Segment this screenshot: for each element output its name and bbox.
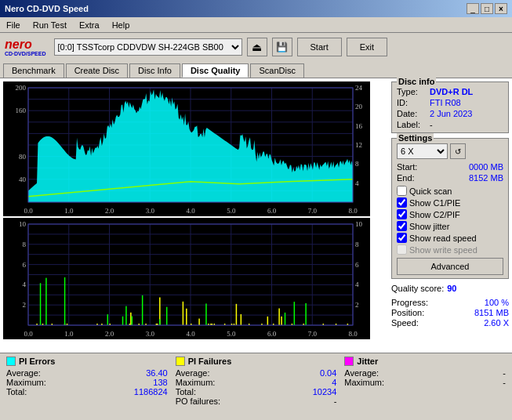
title-bar: Nero CD-DVD Speed _ □ × <box>0 0 512 17</box>
tab-scandisc[interactable]: ScanDisc <box>250 63 303 78</box>
nero-logo: nero CD·DVD/SPEED <box>5 38 46 56</box>
jitter-header: Jitter <box>344 357 506 366</box>
show-c1pie-checkbox[interactable] <box>397 197 407 208</box>
pi-failures-color-box <box>176 357 185 366</box>
tab-disc-info[interactable]: Disc Info <box>129 63 180 78</box>
exit-button[interactable]: Exit <box>347 38 387 56</box>
position-value: 8151 MB <box>474 308 509 317</box>
id-row: ID: FTI R08 <box>397 98 503 107</box>
tab-benchmark[interactable]: Benchmark <box>3 63 64 78</box>
stats-bar: PI Errors Average: 36.40 Maximum: 138 To… <box>0 353 512 407</box>
pi-failures-max-row: Maximum: 4 <box>176 378 337 387</box>
show-c1pie-label: Show C1/PIE <box>409 198 460 208</box>
menu-help[interactable]: Help <box>106 19 136 31</box>
pi-failures-max-value: 4 <box>332 378 336 387</box>
quick-scan-label: Quick scan <box>409 186 452 196</box>
pi-failures-po-label: PO failures: <box>176 396 220 406</box>
show-jitter-row: Show jitter <box>397 221 503 231</box>
speed-selector[interactable]: 6 X <box>397 143 448 159</box>
tab-create-disc[interactable]: Create Disc <box>66 63 128 78</box>
end-row: End: 8152 MB <box>397 173 503 183</box>
progress-row: Progress: 100 % <box>391 298 509 307</box>
date-label: Date: <box>397 109 427 118</box>
quick-scan-row: Quick scan <box>397 186 503 196</box>
tabs-bar: Benchmark Create Disc Disc Info Disc Qua… <box>0 61 512 78</box>
menu-file[interactable]: File <box>0 19 27 31</box>
position-label: Position: <box>391 308 424 317</box>
pi-errors-total-row: Total: 1186824 <box>6 387 168 396</box>
pi-failures-label: PI Failures <box>188 357 232 366</box>
pi-failures-total-label: Total: <box>176 387 196 396</box>
show-c2pif-checkbox[interactable] <box>397 209 407 219</box>
menu-run-test[interactable]: Run Test <box>27 19 73 31</box>
right-panel: Disc info Type: DVD+R DL ID: FTI R08 Dat… <box>391 81 509 349</box>
menu-bar: File Run Test Extra Help <box>0 17 512 33</box>
pi-errors-color-box <box>6 357 16 366</box>
bottom-chart-container <box>3 218 388 339</box>
jitter-label: Jitter <box>357 357 378 366</box>
settings-section: Settings 6 X ↺ Start: 0000 MB End: 8152 … <box>391 138 509 279</box>
show-write-speed-checkbox[interactable] <box>397 244 407 255</box>
show-c2pif-row: Show C2/PIF <box>397 209 503 219</box>
jitter-avg-row: Average: - <box>344 368 506 378</box>
pi-failures-avg-value: 0.04 <box>320 368 336 378</box>
eject-icon[interactable]: ⏏ <box>247 38 267 56</box>
save-icon[interactable]: 💾 <box>272 38 292 56</box>
maximize-button[interactable]: □ <box>481 3 493 14</box>
quick-scan-checkbox[interactable] <box>397 186 407 196</box>
progress-label: Progress: <box>391 298 428 307</box>
top-chart-canvas <box>3 81 370 216</box>
pi-failures-avg-row: Average: 0.04 <box>176 368 337 378</box>
quality-score-value: 90 <box>447 284 456 293</box>
pi-failures-max-label: Maximum: <box>176 378 216 387</box>
disc-label-row: Label: - <box>397 120 503 129</box>
header: nero CD·DVD/SPEED [0:0] TSSTcorp CDDVDW … <box>0 33 512 61</box>
charts-container <box>3 81 388 349</box>
speed-label: Speed: <box>391 318 419 328</box>
date-row: Date: 2 Jun 2023 <box>397 109 503 118</box>
pi-errors-max-label: Maximum: <box>6 378 46 387</box>
quality-score-label: Quality score: <box>391 284 444 293</box>
id-value: FTI R08 <box>430 98 461 107</box>
speed-icon[interactable]: ↺ <box>450 143 466 159</box>
disc-label-label: Label: <box>397 120 427 129</box>
minimize-button[interactable]: _ <box>467 3 479 14</box>
type-value: DVD+R DL <box>430 87 473 96</box>
pi-errors-label: PI Errors <box>19 357 55 366</box>
settings-legend: Settings <box>397 133 434 143</box>
date-value: 2 Jun 2023 <box>430 109 472 118</box>
end-label: End: <box>397 173 415 183</box>
close-window-button[interactable]: × <box>495 3 507 14</box>
progress-section: Progress: 100 % Position: 8151 MB Speed:… <box>391 298 509 328</box>
advanced-button[interactable]: Advanced <box>397 258 503 275</box>
type-row: Type: DVD+R DL <box>397 87 503 96</box>
show-jitter-checkbox[interactable] <box>397 221 407 231</box>
pi-errors-total-value: 1186824 <box>134 387 168 396</box>
disc-info-legend: Disc info <box>397 77 436 86</box>
main-content: Disc info Type: DVD+R DL ID: FTI R08 Dat… <box>0 78 512 353</box>
menu-extra[interactable]: Extra <box>73 19 106 31</box>
pi-failures-avg-label: Average: <box>176 368 210 378</box>
disc-label-value: - <box>430 120 433 129</box>
show-read-speed-row: Show read speed <box>397 233 503 243</box>
drive-selector[interactable]: [0:0] TSSTcorp CDDVDW SH-224GB SB00 <box>54 38 242 56</box>
pi-errors-header: PI Errors <box>6 357 168 366</box>
show-read-speed-label: Show read speed <box>409 234 477 243</box>
show-read-speed-checkbox[interactable] <box>397 233 407 243</box>
jitter-max-label: Maximum: <box>344 378 384 387</box>
tab-disc-quality[interactable]: Disc Quality <box>182 63 249 78</box>
start-button[interactable]: Start <box>297 38 342 56</box>
show-write-speed-row: Show write speed <box>397 244 503 255</box>
pi-failures-total-value: 10234 <box>313 387 337 396</box>
pi-failures-po-value: - <box>334 396 337 406</box>
start-value: 0000 MB <box>469 162 503 172</box>
speed-value: 2.60 X <box>484 318 509 328</box>
start-label: Start: <box>397 162 417 172</box>
show-write-speed-label: Show write speed <box>409 245 478 255</box>
top-chart-container <box>3 81 388 216</box>
type-label: Type: <box>397 87 427 96</box>
progress-value: 100 % <box>485 298 509 307</box>
jitter-max-row: Maximum: - <box>344 378 506 387</box>
quality-score-row: Quality score: 90 <box>391 284 509 293</box>
id-label: ID: <box>397 98 427 107</box>
